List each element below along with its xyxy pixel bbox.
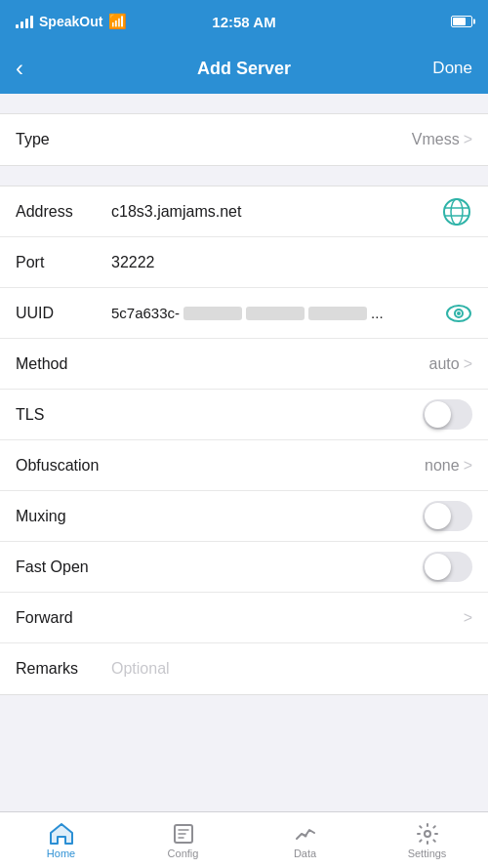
type-section: Type Vmess > (0, 113, 488, 166)
obfuscation-row[interactable]: Obfuscation none > (0, 440, 488, 491)
remarks-row[interactable]: Remarks (0, 643, 488, 694)
svg-point-9 (425, 831, 430, 837)
muxing-row: Muxing (0, 491, 488, 542)
status-left: SpeakOut 📶 (16, 13, 127, 30)
tab-config-label: Config (168, 847, 199, 859)
method-value: auto (429, 355, 460, 373)
status-bar: SpeakOut 📶 12:58 AM (0, 0, 488, 43)
port-value: 32222 (103, 254, 472, 271)
nav-bar: ‹ Add Server Done (0, 43, 488, 94)
tab-settings[interactable]: Settings (366, 816, 488, 865)
tab-data[interactable]: Data (244, 816, 366, 865)
port-label: Port (16, 254, 103, 271)
tls-row: TLS (0, 390, 488, 440)
data-icon (292, 822, 319, 846)
method-label: Method (16, 355, 103, 373)
method-chevron-icon: > (464, 355, 472, 373)
obfuscation-label: Obfuscation (16, 457, 103, 475)
tab-home[interactable]: Home (0, 816, 122, 865)
svg-point-1 (451, 199, 463, 225)
back-button[interactable]: ‹ (16, 51, 31, 86)
uuid-blur-3 (308, 307, 367, 320)
svg-point-6 (457, 311, 461, 315)
section-gap-2 (0, 166, 488, 186)
fast-open-row: Fast Open (0, 542, 488, 593)
uuid-prefix: 5c7a633c- (111, 305, 180, 321)
svg-point-8 (304, 834, 306, 837)
signal-bars-icon (16, 15, 33, 28)
type-label: Type (16, 131, 103, 148)
uuid-row[interactable]: UUID 5c7a633c- ... (0, 288, 488, 339)
svg-point-0 (444, 199, 469, 225)
globe-icon[interactable] (441, 196, 472, 227)
port-row[interactable]: Port 32222 (0, 237, 488, 288)
eye-icon[interactable] (445, 300, 472, 327)
battery-icon (451, 16, 472, 27)
tab-bar: Home Config Data Settings (0, 811, 488, 868)
address-value: c18s3.jamjams.net (103, 203, 441, 221)
muxing-toggle[interactable] (423, 501, 472, 531)
method-row[interactable]: Method auto > (0, 339, 488, 390)
section-gap-bottom (0, 695, 488, 715)
remarks-label: Remarks (16, 660, 103, 678)
done-button[interactable]: Done (432, 59, 472, 78)
uuid-label: UUID (16, 305, 103, 322)
uuid-suffix: ... (371, 305, 384, 321)
fast-open-toggle[interactable] (423, 552, 472, 582)
tab-settings-label: Settings (408, 847, 447, 859)
uuid-blur-1 (183, 307, 242, 320)
forward-label: Forward (16, 609, 103, 627)
tab-config[interactable]: Config (122, 816, 244, 865)
main-form-section: Address c18s3.jamjams.net Port 32222 UUI… (0, 186, 488, 695)
remarks-input[interactable] (103, 660, 472, 678)
home-icon (48, 822, 75, 846)
tls-toggle[interactable] (423, 399, 472, 430)
fast-open-label: Fast Open (16, 558, 103, 576)
form-content: Type Vmess > Address c18s3.jamjams.net (0, 94, 488, 811)
tls-label: TLS (16, 406, 103, 424)
method-value-container: auto > (429, 355, 472, 373)
wifi-icon: 📶 (108, 13, 127, 30)
muxing-label: Muxing (16, 508, 103, 525)
status-time: 12:58 AM (212, 14, 275, 30)
type-chevron-icon: > (464, 131, 472, 148)
forward-row[interactable]: Forward > (0, 593, 488, 643)
tab-data-label: Data (294, 847, 316, 859)
obfuscation-chevron-icon: > (464, 457, 472, 475)
status-right (451, 16, 472, 27)
page-title: Add Server (197, 59, 291, 79)
forward-chevron-icon: > (464, 609, 472, 627)
address-row[interactable]: Address c18s3.jamjams.net (0, 186, 488, 237)
settings-icon (414, 822, 441, 846)
address-label: Address (16, 203, 103, 221)
tab-home-label: Home (47, 847, 75, 859)
obfuscation-value: none (425, 457, 460, 475)
type-row[interactable]: Type Vmess > (0, 114, 488, 165)
config-icon (170, 822, 197, 846)
uuid-value-container: 5c7a633c- ... (103, 305, 445, 321)
section-gap-1 (0, 94, 488, 113)
obfuscation-value-container: none > (425, 457, 472, 475)
type-value: Vmess (412, 131, 460, 148)
type-value-container: Vmess > (412, 131, 472, 148)
carrier-label: SpeakOut (39, 14, 102, 29)
uuid-blur-2 (246, 307, 305, 320)
forward-chevron-container: > (464, 609, 472, 627)
